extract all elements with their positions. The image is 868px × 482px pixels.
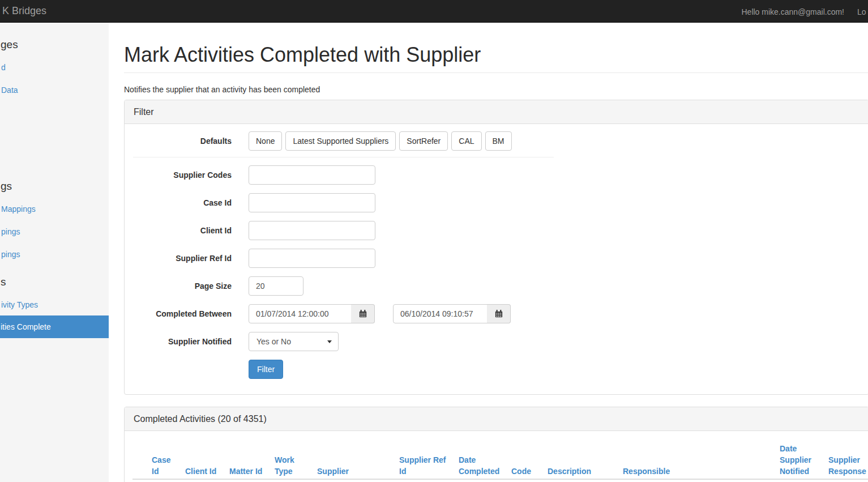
column-header-code[interactable]: Code — [511, 466, 531, 477]
column-header-case-id[interactable]: Case Id — [152, 454, 176, 477]
case-id-input[interactable] — [249, 193, 375, 212]
completed-to-calendar-button[interactable] — [487, 304, 511, 323]
column-header-date-supplier-notified[interactable]: Date Supplier Notified — [780, 443, 816, 477]
sidebar-item-mappings[interactable]: Mappings — [1, 204, 36, 214]
defaults-none-button[interactable]: None — [249, 131, 282, 151]
completed-from-input[interactable] — [249, 304, 352, 323]
sidebar-item-activities-complete-active[interactable]: ities Complete — [0, 315, 109, 338]
page-size-input[interactable] — [249, 276, 303, 296]
defaults-sortrefer-button[interactable]: SortRefer — [399, 131, 448, 151]
sidebar: ges d Data gs Mappings pings pings s ivi… — [0, 23, 109, 482]
sidebar-heading-gs: gs — [1, 180, 12, 193]
page-subtitle: Notifies the supplier that an activity h… — [124, 85, 320, 94]
table-header-divider — [132, 479, 868, 480]
completed-activities-panel-title: Completed Activities (20 of 4351) — [134, 414, 267, 424]
completed-activities-panel-header: Completed Activities (20 of 4351) — [125, 407, 868, 431]
column-header-supplier-ref-id[interactable]: Supplier Ref Id — [399, 454, 449, 477]
sidebar-item-pings-1[interactable]: pings — [1, 227, 20, 236]
sidebar-heading-s: s — [1, 276, 6, 288]
defaults-label: Defaults — [124, 131, 232, 151]
column-header-responsible[interactable]: Responsible — [623, 466, 670, 477]
page-size-label: Page Size — [124, 276, 232, 296]
column-header-client-id[interactable]: Client Id — [185, 466, 216, 477]
account-greeting-link[interactable]: Hello mike.cann@gmail.com! — [742, 7, 845, 16]
sidebar-item-pings-2[interactable]: pings — [1, 250, 20, 259]
calendar-icon — [495, 310, 503, 318]
column-header-date-completed[interactable]: Date Completed — [459, 454, 505, 477]
defaults-divider — [133, 157, 554, 157]
filter-panel-title: Filter — [134, 107, 154, 117]
client-id-label: Client Id — [124, 221, 232, 240]
application-window: K Bridges Hello mike.cann@gmail.com! Lo … — [0, 0, 868, 482]
completed-from-calendar-button[interactable] — [351, 304, 375, 323]
filter-submit-button[interactable]: Filter — [249, 360, 283, 379]
column-header-supplier-response[interactable]: Supplier Response — [828, 454, 868, 477]
sidebar-heading-ges: ges — [1, 39, 18, 51]
client-id-input[interactable] — [249, 221, 375, 240]
defaults-bm-button[interactable]: BM — [485, 131, 512, 151]
sidebar-item-activity-types[interactable]: ivity Types — [1, 300, 38, 309]
supplier-notified-selected-value: Yes or No — [256, 337, 291, 346]
defaults-cal-button[interactable]: CAL — [451, 131, 481, 151]
column-header-supplier[interactable]: Supplier — [317, 466, 349, 477]
sidebar-item-d[interactable]: d — [1, 63, 6, 72]
top-navbar: K Bridges Hello mike.cann@gmail.com! Lo — [0, 0, 868, 23]
supplier-codes-input[interactable] — [249, 165, 375, 185]
column-header-description[interactable]: Description — [548, 466, 591, 477]
supplier-notified-select[interactable]: Yes or No — [249, 332, 339, 351]
sidebar-item-data[interactable]: Data — [1, 86, 18, 95]
defaults-latest-supported-suppliers-button[interactable]: Latest Supported Suppliers — [285, 131, 396, 151]
supplier-notified-label: Supplier Notified — [124, 332, 232, 351]
page-title: Mark Activities Completed with Supplier — [124, 43, 481, 67]
filter-panel-header: Filter — [125, 100, 868, 124]
calendar-icon — [359, 310, 367, 318]
page-title-divider — [124, 72, 868, 73]
supplier-ref-id-label: Supplier Ref Id — [124, 249, 232, 268]
chevron-down-icon — [327, 340, 332, 343]
logoff-link[interactable]: Lo — [857, 7, 866, 16]
column-header-matter-id[interactable]: Matter Id — [229, 466, 262, 477]
completed-to-input[interactable] — [393, 304, 488, 323]
sidebar-active-label: ities Complete — [1, 322, 51, 331]
completed-between-label: Completed Between — [124, 304, 232, 323]
case-id-label: Case Id — [124, 193, 232, 212]
brand-link[interactable]: K Bridges — [2, 5, 46, 17]
supplier-ref-id-input[interactable] — [249, 249, 375, 268]
supplier-codes-label: Supplier Codes — [124, 165, 232, 185]
defaults-button-group: None Latest Supported Suppliers SortRefe… — [249, 131, 512, 151]
column-header-work-type[interactable]: Work Type — [275, 454, 301, 477]
